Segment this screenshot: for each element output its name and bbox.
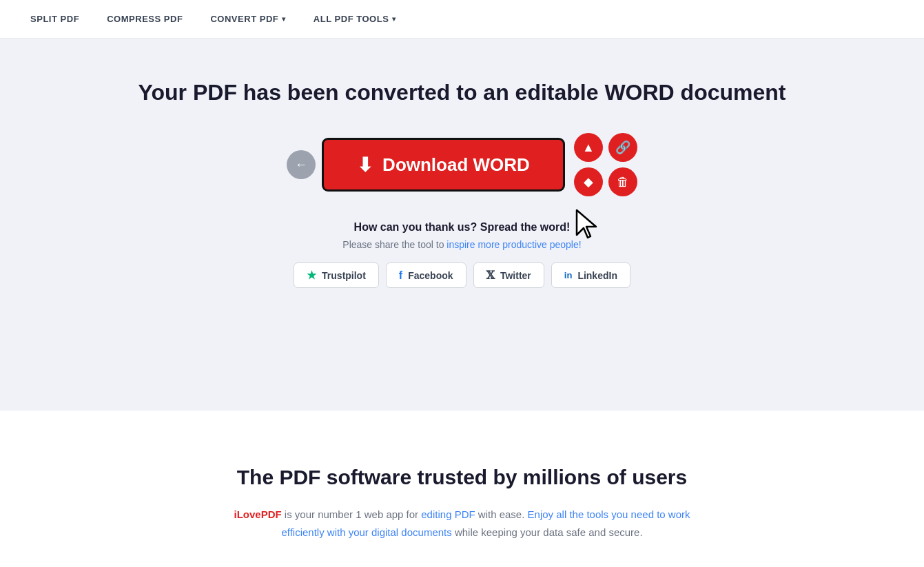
link-icon: 🔗 <box>615 140 630 155</box>
bottom-desc-link-1: editing PDF <box>421 508 475 520</box>
action-icons-row-2: ◆ 🗑 <box>574 167 637 196</box>
twitter-x-icon: 𝕏 <box>486 269 495 282</box>
back-arrow-icon: ← <box>295 158 307 172</box>
navbar: SPLIT PDF COMPRESS PDF CONVERT PDF ▾ ALL… <box>0 0 924 39</box>
dropbox-upload-button[interactable]: ◆ <box>574 167 603 196</box>
download-icon: ⬇ <box>357 154 373 176</box>
bottom-title: The PDF software trusted by millions of … <box>237 466 687 489</box>
gdrive-upload-button[interactable]: ▲ <box>574 133 603 162</box>
nav-compress-pdf[interactable]: COMPRESS PDF <box>93 0 196 38</box>
nav-all-tools-label: ALL PDF TOOLS <box>314 14 389 24</box>
download-word-button[interactable]: ⬇ Download WORD <box>324 140 563 189</box>
social-buttons-group: ★ Trustpilot f Facebook 𝕏 Twitter in Lin… <box>294 262 630 288</box>
nav-convert-pdf[interactable]: CONVERT PDF ▾ <box>196 0 299 38</box>
facebook-label: Facebook <box>408 270 453 281</box>
action-icons-row-1: ▲ 🔗 <box>574 133 637 162</box>
share-subtitle-link: inspire more productive people! <box>446 239 581 250</box>
linkedin-icon: in <box>564 270 573 280</box>
nav-split-pdf[interactable]: SPLIT PDF <box>17 0 93 38</box>
bottom-desc-text-1: is your number 1 web app for <box>285 508 421 520</box>
gdrive-icon: ▲ <box>582 141 595 155</box>
share-subtitle: Please share the tool to inspire more pr… <box>294 239 630 250</box>
nav-all-pdf-tools[interactable]: ALL PDF TOOLS ▾ <box>300 0 410 38</box>
trustpilot-label: Trustpilot <box>322 270 366 281</box>
copy-link-button[interactable]: 🔗 <box>608 133 637 162</box>
convert-pdf-arrow-icon: ▾ <box>282 15 286 23</box>
download-wrapper: ⬇ Download WORD <box>324 140 563 189</box>
download-area: ← ⬇ Download WORD ▲ 🔗 <box>287 133 637 196</box>
hero-title: Your PDF has been converted to an editab… <box>138 80 786 105</box>
bottom-description: iLovePDF is your number 1 web app for ed… <box>221 506 704 541</box>
twitter-label: Twitter <box>500 270 531 281</box>
nav-convert-pdf-label: CONVERT PDF <box>210 14 278 24</box>
dropbox-icon: ◆ <box>584 174 593 189</box>
bottom-desc-text-2: with ease. <box>478 508 528 520</box>
bottom-section: The PDF software trusted by millions of … <box>0 411 924 567</box>
facebook-button[interactable]: f Facebook <box>386 262 466 288</box>
delete-button[interactable]: 🗑 <box>608 167 637 196</box>
share-title: How can you thank us? Spread the word! <box>294 221 630 234</box>
trustpilot-button[interactable]: ★ Trustpilot <box>294 262 379 288</box>
download-label: Download WORD <box>382 154 530 176</box>
hero-section: Your PDF has been converted to an editab… <box>0 39 924 411</box>
linkedin-label: LinkedIn <box>577 270 617 281</box>
facebook-icon: f <box>399 269 402 282</box>
twitter-button[interactable]: 𝕏 Twitter <box>473 262 544 288</box>
share-section: How can you thank us? Spread the word! P… <box>294 221 630 288</box>
linkedin-button[interactable]: in LinkedIn <box>551 262 630 288</box>
all-tools-arrow-icon: ▾ <box>392 15 396 23</box>
action-icons-group: ▲ 🔗 ◆ 🗑 <box>574 133 637 196</box>
delete-icon: 🗑 <box>617 175 629 189</box>
brand-name: iLovePDF <box>234 508 281 520</box>
bottom-desc-text-3: while keeping your data safe and secure. <box>455 526 643 538</box>
share-subtitle-text-1: Please share the tool to <box>342 239 446 250</box>
trustpilot-icon: ★ <box>307 269 316 282</box>
back-button[interactable]: ← <box>287 150 316 179</box>
